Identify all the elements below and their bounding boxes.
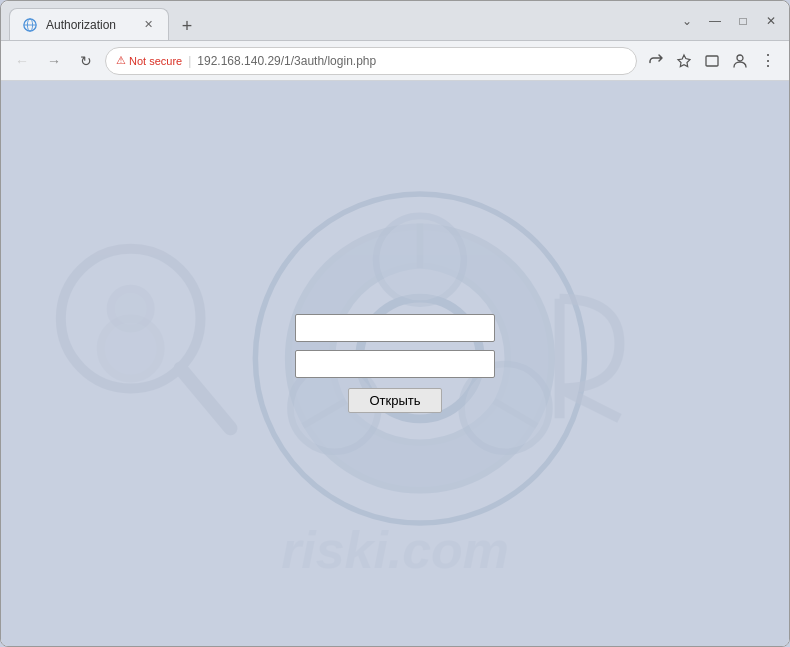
security-indicator: ⚠ Not secure: [116, 54, 182, 67]
active-tab[interactable]: Authorization ✕: [9, 8, 169, 40]
title-bar: Authorization ✕ + ⌄ — □ ✕: [1, 1, 789, 41]
login-form: Открыть: [295, 314, 495, 413]
page-content: riski.com Открыть: [1, 81, 789, 646]
tab-close-button[interactable]: ✕: [140, 17, 156, 33]
windows-list-button[interactable]: ⌄: [677, 11, 697, 31]
tab-favicon: [22, 17, 38, 33]
close-button[interactable]: ✕: [761, 11, 781, 31]
bookmark-button[interactable]: [671, 48, 697, 74]
tab-strip: Authorization ✕ +: [9, 1, 677, 40]
url-separator: |: [188, 54, 191, 68]
svg-point-4: [737, 55, 743, 61]
tab-title: Authorization: [46, 18, 132, 32]
svg-point-7: [376, 216, 464, 304]
svg-text:riski.com: riski.com: [281, 521, 509, 579]
url-bar[interactable]: ⚠ Not secure | 192.168.140.29/1/3auth/lo…: [105, 47, 637, 75]
warning-icon: ⚠: [116, 54, 126, 67]
toolbar-icons: ⋮: [643, 48, 781, 74]
refresh-button[interactable]: ↻: [73, 48, 99, 74]
window-controls: ⌄ — □ ✕: [677, 11, 781, 31]
profile-button[interactable]: [727, 48, 753, 74]
back-button[interactable]: ←: [9, 48, 35, 74]
share-button[interactable]: [643, 48, 669, 74]
url-text: 192.168.140.29/1/3auth/login.php: [197, 54, 626, 68]
menu-button[interactable]: ⋮: [755, 48, 781, 74]
svg-rect-3: [706, 56, 718, 66]
new-tab-button[interactable]: +: [173, 12, 201, 40]
submit-button[interactable]: Открыть: [348, 388, 441, 413]
username-input[interactable]: [295, 314, 495, 342]
svg-point-13: [101, 319, 161, 379]
browser-window: Authorization ✕ + ⌄ — □ ✕ ← → ↻ ⚠ Not se…: [0, 0, 790, 647]
tab-group-button[interactable]: [699, 48, 725, 74]
address-bar: ← → ↻ ⚠ Not secure | 192.168.140.29/1/3a…: [1, 41, 789, 81]
maximize-button[interactable]: □: [733, 11, 753, 31]
svg-line-11: [181, 368, 231, 428]
forward-button[interactable]: →: [41, 48, 67, 74]
minimize-button[interactable]: —: [705, 11, 725, 31]
password-input[interactable]: [295, 350, 495, 378]
